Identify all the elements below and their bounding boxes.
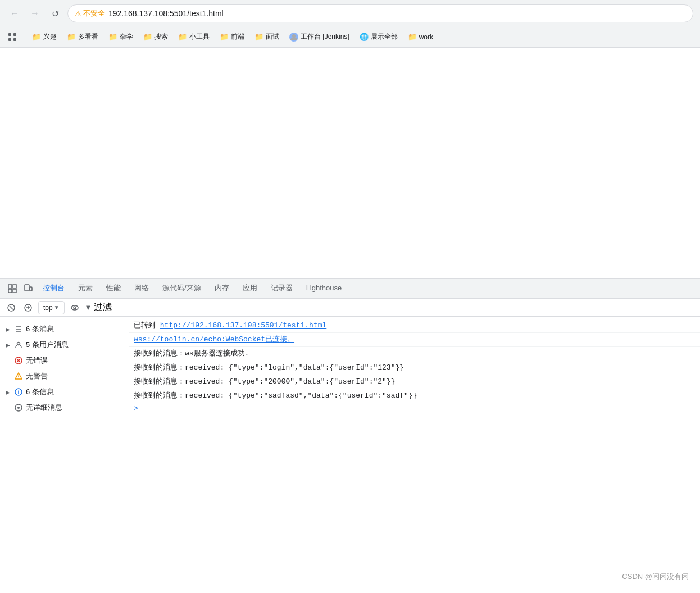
bookmark-mianshi[interactable]: 📁 面试 <box>250 30 284 44</box>
tab-application-label: 应用 <box>243 283 257 293</box>
tab-sources-label: 源代码/来源 <box>162 283 201 293</box>
security-warning: ⚠ 不安全 <box>75 8 105 19</box>
bookmark-label: 面试 <box>266 32 279 42</box>
tab-performance-label: 性能 <box>106 283 121 293</box>
user-icon <box>15 341 22 349</box>
svg-point-31 <box>17 407 20 409</box>
sidebar-item-errors[interactable]: ▶ 无错误 <box>0 353 129 368</box>
svg-point-17 <box>74 307 76 309</box>
sidebar-item-label: 6 条信息 <box>26 387 54 397</box>
tab-recorder[interactable]: 记录器 <box>264 279 299 299</box>
browser-chrome: ← → ↺ ⚠ 不安全 192.168.137.108:5501/test1.h… <box>0 0 700 48</box>
svg-line-12 <box>10 306 13 309</box>
sidebar-item-verbose[interactable]: ▶ 无详细消息 <box>0 400 129 416</box>
console-prompt: > <box>129 403 700 414</box>
tab-network-label: 网络 <box>134 283 149 293</box>
forward-icon: → <box>30 8 39 19</box>
sidebar-item-user-messages[interactable]: ▶ 5 条用户消息 <box>0 337 129 353</box>
inspect-element-button[interactable] <box>4 281 20 296</box>
console-entry: wss://toolin.cn/echo:WebSocket已连接。 <box>129 333 700 347</box>
bookmarks-bar: 📁 兴趣 📁 多看看 📁 杂学 📁 搜索 📁 小工具 📁 前端 📁 面试 <box>0 27 700 47</box>
svg-point-26 <box>19 378 19 378</box>
error-icon <box>15 357 22 364</box>
tab-network[interactable]: 网络 <box>128 279 156 299</box>
expand-arrow-icon: ▶ <box>4 326 11 332</box>
bookmark-duokankan[interactable]: 📁 多看看 <box>62 30 103 44</box>
bookmark-xingqu[interactable]: 📁 兴趣 <box>28 30 61 44</box>
bookmark-work[interactable]: 📁 work <box>403 30 438 44</box>
bookmark-label: 小工具 <box>189 32 210 42</box>
address-bar[interactable]: ⚠ 不安全 192.168.137.108:5501/test1.html <box>67 4 693 22</box>
tab-console-label: 控制台 <box>43 283 65 293</box>
warning-triangle-icon: ⚠ <box>75 10 81 18</box>
globe-icon: 🌐 <box>360 33 369 41</box>
folder-icon: 📁 <box>143 33 152 41</box>
sidebar-item-label: 6 条消息 <box>26 324 54 334</box>
tab-console[interactable]: 控制台 <box>36 279 71 299</box>
svg-rect-6 <box>13 285 16 288</box>
tab-lighthouse[interactable]: Lighthouse <box>299 279 349 299</box>
clear-console-button[interactable] <box>4 301 18 314</box>
refresh-button[interactable]: ↺ <box>47 6 63 21</box>
url-display: 192.168.137.108:5501/test1.html <box>108 9 224 18</box>
security-text: 不安全 <box>83 8 105 19</box>
svg-rect-7 <box>8 289 12 293</box>
watermark-text: CSDN @闲闲没有闲 <box>622 572 689 581</box>
tab-sources[interactable]: 源代码/来源 <box>156 279 208 299</box>
eye-button[interactable] <box>68 301 81 314</box>
console-entry: 接收到的消息：received: {"type":"login","data":… <box>129 361 700 375</box>
bookmark-gongzuotai[interactable]: 工作台 [Jenkins] <box>285 30 354 44</box>
tab-performance[interactable]: 性能 <box>99 279 128 299</box>
svg-point-16 <box>71 305 78 310</box>
bookmark-sousuo[interactable]: 📁 搜索 <box>139 30 172 44</box>
bookmark-zhanshiquanbu[interactable]: 🌐 展示全部 <box>355 30 402 44</box>
bookmark-label: 前端 <box>231 32 244 42</box>
page-content <box>0 48 700 278</box>
tab-application[interactable]: 应用 <box>236 279 264 299</box>
devtools-panel: 控制台 元素 性能 网络 源代码/来源 内存 应用 记录器 Lighthouse <box>0 278 700 593</box>
console-sidebar: ▶ 6 条消息 ▶ 5 条用户消息 ▶ <box>0 317 129 593</box>
context-selector[interactable]: top ▼ <box>38 301 65 314</box>
avatar-icon <box>289 33 298 42</box>
tab-elements[interactable]: 元素 <box>71 279 99 299</box>
svg-rect-10 <box>30 287 32 291</box>
context-label: top <box>43 304 53 312</box>
bookmark-zaxue[interactable]: 📁 杂学 <box>104 30 138 44</box>
entry-text: 接收到的消息：received: {"type":"20000","data":… <box>134 376 395 387</box>
filter-toggle-button[interactable] <box>21 301 35 314</box>
console-toolbar: top ▼ ▼ 过滤 <box>0 299 700 317</box>
entry-text: 接收到的消息：received: {"type":"login","data":… <box>134 362 404 373</box>
sidebar-item-warnings[interactable]: ▶ 无警告 <box>0 368 129 384</box>
list-icon <box>15 325 22 333</box>
console-entry: 接收到的消息：received: {"type":"20000","data":… <box>129 375 700 389</box>
console-entry: 接收到的消息：received: {"type":"sadfasd","data… <box>129 389 700 403</box>
svg-rect-2 <box>8 38 11 41</box>
bookmark-qianduan[interactable]: 📁 前端 <box>215 30 249 44</box>
tab-lighthouse-label: Lighthouse <box>306 284 342 292</box>
sidebar-item-info[interactable]: ▶ 6 条信息 <box>0 384 129 400</box>
folder-icon: 📁 <box>32 33 41 41</box>
back-icon: ← <box>10 8 19 19</box>
filter-label: 过滤 <box>94 302 112 313</box>
tab-memory[interactable]: 内存 <box>208 279 236 299</box>
nav-bar: ← → ↺ ⚠ 不安全 192.168.137.108:5501/test1.h… <box>0 0 700 27</box>
expand-arrow-icon: ▶ <box>4 389 11 395</box>
info-icon <box>15 388 22 396</box>
bookmark-xiaogongju[interactable]: 📁 小工具 <box>174 30 214 44</box>
filter-input[interactable] <box>114 303 696 312</box>
expand-arrow-icon: ▶ <box>4 341 11 348</box>
entry-link[interactable]: http://192.168.137.108:5501/test1.html <box>160 320 326 331</box>
device-toolbar-button[interactable] <box>20 281 36 296</box>
console-main: 已转到 http://192.168.137.108:5501/test1.ht… <box>129 317 700 593</box>
apps-icon[interactable] <box>4 29 20 45</box>
back-button[interactable]: ← <box>7 6 22 21</box>
svg-rect-3 <box>13 38 16 41</box>
console-entry: 接收到的消息：ws服务器连接成功. <box>129 347 700 361</box>
folder-icon: 📁 <box>178 33 187 41</box>
entry-link[interactable]: wss://toolin.cn/echo:WebSocket已连接。 <box>134 334 294 345</box>
devtools-tabs: 控制台 元素 性能 网络 源代码/来源 内存 应用 记录器 Lighthouse <box>0 279 700 299</box>
sidebar-item-all-messages[interactable]: ▶ 6 条消息 <box>0 321 129 337</box>
forward-button[interactable]: → <box>27 6 43 21</box>
svg-rect-1 <box>13 33 16 36</box>
console-entry: 已转到 http://192.168.137.108:5501/test1.ht… <box>129 319 700 333</box>
